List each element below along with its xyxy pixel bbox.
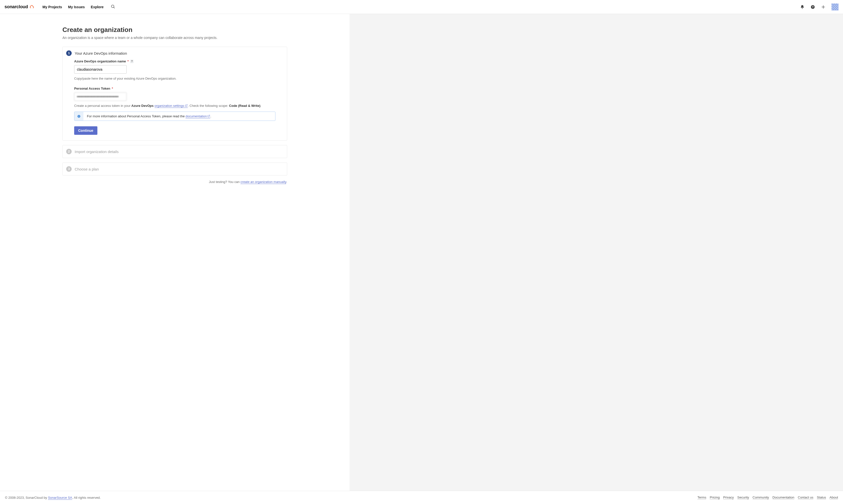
- alert-end: .: [210, 114, 211, 118]
- pat-hint-end: .: [261, 104, 262, 108]
- copyright-pre: © 2008-2023, SonarCloud by: [5, 496, 48, 500]
- brand-text: sonarcloud: [4, 4, 28, 10]
- org-settings-link-text: organization settings: [155, 104, 184, 108]
- nav-explore[interactable]: Explore: [91, 5, 104, 9]
- pat-label-text: Personal Access Token: [74, 87, 110, 90]
- footer-link-about[interactable]: About: [829, 496, 838, 500]
- step-3-panel: 3 Choose a plan: [62, 162, 287, 176]
- copyright: © 2008-2023, SonarCloud by SonarSource S…: [5, 496, 101, 500]
- org-name-label-text: Azure DevOps organization name: [74, 59, 126, 63]
- continue-button[interactable]: Continue: [74, 126, 97, 135]
- nav-my-projects[interactable]: My Projects: [42, 5, 62, 9]
- brand-icon: [30, 4, 34, 10]
- org-settings-link[interactable]: organization settings: [155, 104, 188, 108]
- header-right: ?: [800, 3, 839, 11]
- brand-logo[interactable]: sonarcloud: [4, 4, 34, 10]
- step-1-number: 1: [66, 50, 72, 56]
- manual-end: .: [286, 180, 287, 184]
- copyright-post: . All rights reserved.: [72, 496, 101, 500]
- page-subtitle: An organization is a space where a team …: [62, 36, 287, 40]
- pat-hint-mid: . Check the following scope:: [188, 104, 229, 108]
- org-name-hint: Copy/paste here the name of your existin…: [74, 76, 275, 81]
- required-marker: *: [127, 59, 129, 63]
- svg-line-1: [114, 7, 114, 8]
- step-3-number: 3: [66, 166, 72, 172]
- external-link-icon: [185, 104, 188, 107]
- org-name-field: Azure DevOps organization name * ? Copy/…: [74, 59, 275, 81]
- info-icon: [74, 112, 84, 121]
- org-name-label: Azure DevOps organization name * ?: [74, 59, 275, 63]
- footer-link-terms[interactable]: Terms: [697, 496, 706, 500]
- pat-field: Personal Access Token * Create a persona…: [74, 87, 275, 121]
- help-icon[interactable]: ?: [810, 5, 815, 9]
- pat-input[interactable]: [74, 92, 127, 101]
- pat-hint: Create a personal access token in your A…: [74, 103, 275, 108]
- step-1-header: 1 Your Azure DevOps information: [63, 47, 287, 59]
- org-name-input[interactable]: [74, 65, 127, 74]
- help-icon[interactable]: ?: [130, 60, 133, 63]
- footer-links: Terms Pricing Privacy Security Community…: [697, 496, 838, 500]
- global-footer: © 2008-2023, SonarCloud by SonarSource S…: [0, 491, 843, 504]
- step-2-number: 2: [66, 149, 72, 154]
- required-marker: *: [112, 87, 113, 90]
- step-1-panel: 1 Your Azure DevOps information Azure De…: [62, 47, 287, 141]
- pat-hint-pre: Create a personal access token in your: [74, 104, 131, 108]
- sonarsource-link[interactable]: SonarSource SA: [48, 496, 72, 500]
- manual-pre: Just testing? You can: [209, 180, 240, 184]
- footer-link-privacy[interactable]: Privacy: [723, 496, 734, 500]
- primary-nav: My Projects My Issues Explore: [42, 5, 104, 9]
- alert-pre: For more information about Personal Acce…: [87, 114, 185, 118]
- search-icon[interactable]: [111, 4, 115, 10]
- nav-my-issues[interactable]: My Issues: [68, 5, 85, 9]
- pat-scope: Code (Read & Write): [229, 104, 260, 108]
- pat-hint-bold: Azure DevOps: [131, 104, 154, 108]
- manual-creation-line: Just testing? You can create an organiza…: [62, 180, 287, 184]
- footer-link-status[interactable]: Status: [817, 496, 826, 500]
- info-alert: For more information about Personal Acce…: [74, 112, 275, 121]
- avatar[interactable]: [831, 3, 839, 11]
- main-content: Create an organization An organization i…: [62, 14, 287, 194]
- alert-text: For more information about Personal Acce…: [84, 112, 215, 121]
- step-1-body: Azure DevOps organization name * ? Copy/…: [63, 59, 287, 140]
- create-manually-link[interactable]: create an organization manually: [240, 180, 286, 184]
- step-3-header: 3 Choose a plan: [63, 163, 287, 175]
- footer-link-security[interactable]: Security: [737, 496, 749, 500]
- add-icon[interactable]: [821, 5, 826, 9]
- footer-link-community[interactable]: Community: [753, 496, 769, 500]
- step-2-title: Import organization details: [75, 149, 119, 154]
- main-frame: Create an organization An organization i…: [0, 14, 349, 491]
- documentation-link[interactable]: documentation: [185, 114, 210, 118]
- global-header: sonarcloud My Projects My Issues Explore…: [0, 0, 843, 14]
- step-3-title: Choose a plan: [75, 167, 99, 171]
- step-2-header: 2 Import organization details: [63, 145, 287, 158]
- footer-link-pricing[interactable]: Pricing: [710, 496, 720, 500]
- step-1-title: Your Azure DevOps information: [75, 51, 127, 55]
- footer-link-contact[interactable]: Contact us: [798, 496, 813, 500]
- external-link-icon: [207, 114, 210, 118]
- footer-link-documentation[interactable]: Documentation: [773, 496, 794, 500]
- notifications-icon[interactable]: [800, 5, 805, 9]
- pat-label: Personal Access Token *: [74, 87, 275, 90]
- page-title: Create an organization: [62, 26, 287, 34]
- svg-text:?: ?: [812, 5, 813, 8]
- step-2-panel: 2 Import organization details: [62, 145, 287, 158]
- documentation-link-text: documentation: [185, 114, 207, 118]
